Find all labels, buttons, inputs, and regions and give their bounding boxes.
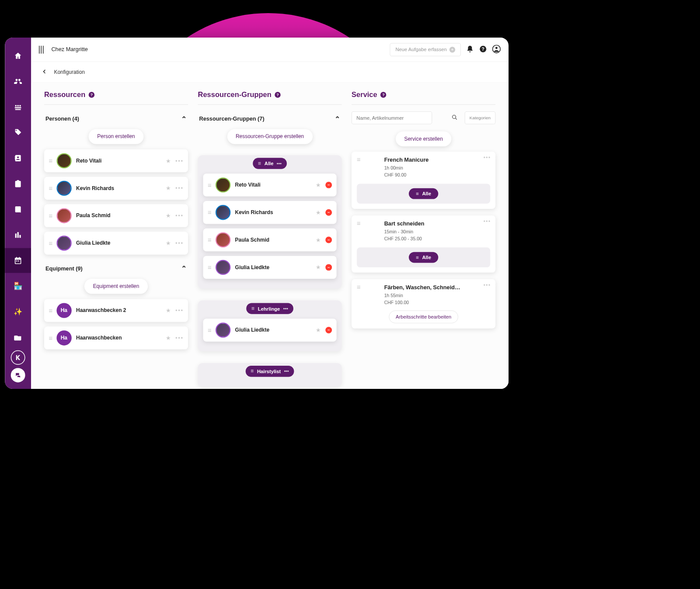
sidebar-home[interactable] xyxy=(5,43,31,68)
person-card[interactable]: ≡ Paula Schmid ★ − xyxy=(203,229,337,251)
brand-button[interactable] xyxy=(11,350,25,365)
drag-handle-icon[interactable]: ≡ xyxy=(208,328,211,332)
sidebar-pos[interactable] xyxy=(5,95,31,120)
drag-handle-icon[interactable]: ≡ xyxy=(49,214,52,218)
service-card[interactable]: ••• ≡ Bart schneiden 15min - 30min CHF 2… xyxy=(352,215,495,273)
categories-button[interactable]: Kategorien xyxy=(465,111,496,124)
group-chip[interactable]: ≡ Lehrlinge ••• xyxy=(246,303,293,314)
more-options-button[interactable]: ••• xyxy=(175,307,184,314)
menu-toggle[interactable] xyxy=(39,45,43,53)
remove-button[interactable]: − xyxy=(325,237,332,243)
star-icon[interactable]: ★ xyxy=(166,307,171,314)
drag-handle-icon[interactable]: ≡ xyxy=(49,308,52,312)
group-chip[interactable]: ≡ Alle ••• xyxy=(253,158,286,169)
help-icon[interactable]: ? xyxy=(380,92,386,97)
sidebar-addressbook[interactable] xyxy=(5,146,31,171)
chat-button[interactable] xyxy=(11,368,25,382)
more-options-button[interactable]: ••• xyxy=(277,161,282,166)
back-button[interactable] xyxy=(42,69,47,76)
edit-steps-button[interactable]: Arbeitsschritte bearbeiten xyxy=(389,311,458,323)
service-card[interactable]: ••• ≡ Färben, Waschen, Schneid… 1h 55min… xyxy=(352,279,495,329)
service-step-chip[interactable]: ≡ Alle xyxy=(409,188,439,199)
more-options-button[interactable]: ••• xyxy=(283,306,288,311)
drag-handle-icon[interactable]: ≡ xyxy=(49,159,52,163)
person-card[interactable]: ≡ Reto Vitali ★ − xyxy=(203,173,337,196)
account-button[interactable] xyxy=(492,45,501,54)
star-icon[interactable]: ★ xyxy=(166,334,171,341)
group-chip[interactable]: ≡ Hairstylist ••• xyxy=(246,366,294,377)
sidebar-calendar[interactable] xyxy=(5,248,31,273)
more-options-button[interactable]: ••• xyxy=(484,218,491,224)
help-icon[interactable]: ? xyxy=(275,92,280,97)
person-card[interactable]: ≡ Kevin Richards ★ − xyxy=(203,201,337,224)
service-step-chip[interactable]: ≡ Alle xyxy=(409,252,439,263)
more-options-button[interactable]: ••• xyxy=(175,185,184,192)
person-card[interactable]: ≡ Reto Vitali ★ ••• xyxy=(44,149,188,172)
sidebar-documents[interactable] xyxy=(5,197,31,222)
drag-handle-icon[interactable]: ≡ xyxy=(49,186,52,190)
more-options-button[interactable]: ••• xyxy=(175,240,184,247)
help-icon[interactable]: ? xyxy=(89,92,94,97)
drag-handle-icon[interactable]: ≡ xyxy=(416,255,419,260)
star-icon[interactable]: ★ xyxy=(316,181,321,188)
service-duration: 1h 55min xyxy=(384,292,491,299)
star-icon[interactable]: ★ xyxy=(316,326,321,333)
star-icon[interactable]: ★ xyxy=(316,264,321,271)
create-service-button[interactable]: Service erstellen xyxy=(396,132,451,146)
star-icon[interactable]: ★ xyxy=(166,185,171,192)
service-card[interactable]: ••• ≡ French Manicure 1h 00min CHF 90.00… xyxy=(352,152,495,209)
drag-handle-icon[interactable]: ≡ xyxy=(49,241,52,245)
star-icon[interactable]: ★ xyxy=(166,239,171,246)
remove-button[interactable]: − xyxy=(325,327,332,333)
drag-handle-icon[interactable]: ≡ xyxy=(208,183,211,187)
groups-group-header[interactable]: Ressourcen-Gruppen (7) xyxy=(198,111,342,126)
star-icon[interactable]: ★ xyxy=(166,157,171,164)
star-icon[interactable]: ★ xyxy=(316,236,321,243)
equipment-card[interactable]: ≡ Ha Haarwaschbecken ★ ••• xyxy=(44,326,188,349)
remove-button[interactable]: − xyxy=(325,182,332,188)
sidebar-contacts[interactable] xyxy=(5,69,31,94)
equipment-card[interactable]: ≡ Ha Haarwaschbecken 2 ★ ••• xyxy=(44,299,188,322)
drag-handle-icon[interactable]: ≡ xyxy=(416,191,419,197)
sidebar-marketplace[interactable]: 🏪 xyxy=(5,274,31,298)
new-task-button[interactable]: Neue Aufgabe erfassen + xyxy=(390,43,461,56)
notifications-button[interactable] xyxy=(466,45,474,54)
drag-handle-icon[interactable]: ≡ xyxy=(251,305,254,311)
more-options-button[interactable]: ••• xyxy=(284,369,289,374)
person-card[interactable]: ≡ Paula Schmid ★ ••• xyxy=(44,204,188,227)
sidebar-archive[interactable] xyxy=(5,325,31,350)
more-options-button[interactable]: ••• xyxy=(175,157,184,164)
create-equipment-button[interactable]: Equipment erstellen xyxy=(84,279,148,294)
drag-handle-icon[interactable]: ≡ xyxy=(258,160,261,166)
person-card[interactable]: ≡ Giulia Liedkte ★ − xyxy=(203,256,337,279)
drag-handle-icon[interactable]: ≡ xyxy=(357,221,360,242)
sidebar-reports[interactable] xyxy=(5,222,31,247)
more-options-button[interactable]: ••• xyxy=(175,335,184,342)
sidebar-extra[interactable]: ✨ xyxy=(5,299,31,324)
create-person-button[interactable]: Person erstellen xyxy=(89,129,143,144)
person-card[interactable]: ≡ Giulia Liedkte ★ − xyxy=(203,319,337,341)
remove-button[interactable]: − xyxy=(325,264,332,270)
star-icon[interactable]: ★ xyxy=(166,212,171,219)
drag-handle-icon[interactable]: ≡ xyxy=(357,284,360,306)
service-search-input[interactable] xyxy=(352,111,432,124)
more-options-button[interactable]: ••• xyxy=(484,282,491,288)
drag-handle-icon[interactable]: ≡ xyxy=(357,157,360,178)
star-icon[interactable]: ★ xyxy=(316,209,321,216)
more-options-button[interactable]: ••• xyxy=(484,155,491,161)
drag-handle-icon[interactable]: ≡ xyxy=(49,336,52,340)
help-button[interactable]: ? xyxy=(479,45,487,54)
person-card[interactable]: ≡ Kevin Richards ★ ••• xyxy=(44,177,188,200)
person-card[interactable]: ≡ Giulia Liedkte ★ ••• xyxy=(44,232,188,254)
drag-handle-icon[interactable]: ≡ xyxy=(208,238,211,242)
more-options-button[interactable]: ••• xyxy=(175,212,184,219)
drag-handle-icon[interactable]: ≡ xyxy=(251,368,254,374)
create-group-button[interactable]: Ressourcen-Gruppe erstellen xyxy=(227,129,312,144)
drag-handle-icon[interactable]: ≡ xyxy=(208,211,211,215)
equipment-group-header[interactable]: Equipment (9) xyxy=(44,261,188,276)
sidebar-tags[interactable] xyxy=(5,120,31,145)
persons-group-header[interactable]: Personen (4) xyxy=(44,111,188,126)
remove-button[interactable]: − xyxy=(325,209,332,216)
drag-handle-icon[interactable]: ≡ xyxy=(208,265,211,269)
sidebar-tasks[interactable] xyxy=(5,171,31,196)
